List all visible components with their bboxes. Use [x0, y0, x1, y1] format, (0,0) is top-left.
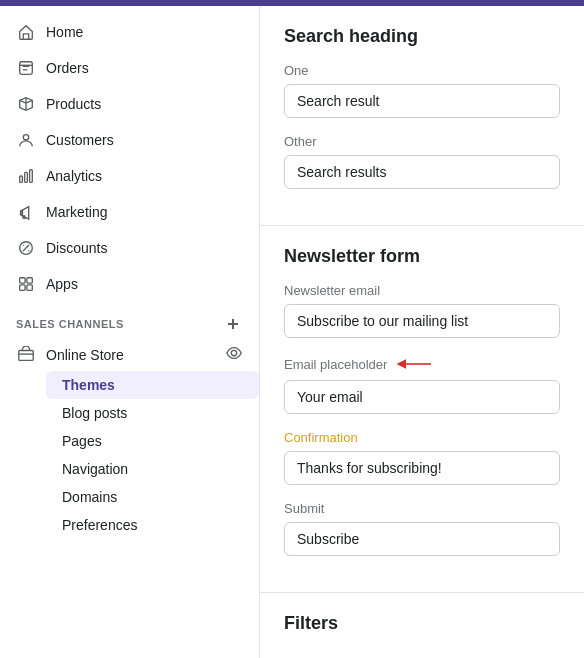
svg-rect-2 — [20, 176, 23, 182]
arrow-indicator — [395, 354, 435, 374]
main-layout: Home Orders Products — [0, 6, 584, 658]
sidebar-item-home-label: Home — [46, 24, 83, 40]
orders-icon — [16, 58, 36, 78]
newsletter-email-input[interactable] — [284, 304, 560, 338]
sidebar-item-home[interactable]: Home — [0, 14, 259, 50]
sidebar-item-preferences[interactable]: Preferences — [46, 511, 259, 539]
svg-rect-12 — [19, 350, 33, 360]
svg-rect-3 — [25, 172, 28, 182]
other-label: Other — [284, 134, 560, 149]
sidebar-item-analytics[interactable]: Analytics — [0, 158, 259, 194]
search-heading-title: Search heading — [284, 26, 560, 47]
add-sales-channel-button[interactable] — [223, 314, 243, 334]
submit-field-group: Submit — [284, 501, 560, 556]
confirmation-field-group: Confirmation — [284, 430, 560, 485]
newsletter-email-field-group: Newsletter email — [284, 283, 560, 338]
svg-rect-4 — [30, 170, 33, 183]
one-input[interactable] — [284, 84, 560, 118]
svg-rect-8 — [20, 285, 25, 290]
sidebar-item-blog-posts[interactable]: Blog posts — [46, 399, 259, 427]
sidebar-item-customers-label: Customers — [46, 132, 114, 148]
sidebar-item-discounts-label: Discounts — [46, 240, 107, 256]
sidebar-item-products[interactable]: Products — [0, 86, 259, 122]
filters-title: Filters — [284, 613, 560, 634]
sidebar-nav: Home Orders Products — [0, 6, 259, 547]
email-placeholder-field-group: Email placeholder — [284, 354, 560, 414]
online-store-icon — [16, 345, 36, 365]
sidebar-item-analytics-label: Analytics — [46, 168, 102, 184]
marketing-icon — [16, 202, 36, 222]
analytics-icon — [16, 166, 36, 186]
sub-nav: Themes Blog posts Pages Navigation Domai… — [0, 371, 259, 539]
main-content: Search heading One Other Newsletter form… — [260, 6, 584, 658]
sidebar-item-themes[interactable]: Themes — [46, 371, 259, 399]
newsletter-form-title: Newsletter form — [284, 246, 560, 267]
sidebar: Home Orders Products — [0, 6, 260, 658]
sidebar-item-orders[interactable]: Orders — [0, 50, 259, 86]
sidebar-item-discounts[interactable]: Discounts — [0, 230, 259, 266]
other-field-group: Other — [284, 134, 560, 189]
confirmation-label: Confirmation — [284, 430, 560, 445]
sidebar-item-domains[interactable]: Domains — [46, 483, 259, 511]
sidebar-item-marketing[interactable]: Marketing — [0, 194, 259, 230]
sidebar-item-apps[interactable]: Apps — [0, 266, 259, 302]
online-store-left: Online Store — [16, 345, 124, 365]
online-store-row[interactable]: Online Store — [0, 338, 259, 371]
filters-section: Filters — [260, 593, 584, 658]
discounts-icon — [16, 238, 36, 258]
one-label: One — [284, 63, 560, 78]
online-store-label: Online Store — [46, 347, 124, 363]
sidebar-item-orders-label: Orders — [46, 60, 89, 76]
sales-channels-header: SALES CHANNELS — [0, 302, 259, 338]
sales-channels-label: SALES CHANNELS — [16, 318, 124, 330]
svg-point-1 — [23, 135, 28, 140]
sidebar-item-marketing-label: Marketing — [46, 204, 107, 220]
home-icon — [16, 22, 36, 42]
newsletter-email-label: Newsletter email — [284, 283, 560, 298]
svg-rect-0 — [20, 62, 33, 75]
sidebar-item-customers[interactable]: Customers — [0, 122, 259, 158]
customers-icon — [16, 130, 36, 150]
sidebar-item-products-label: Products — [46, 96, 101, 112]
view-icon[interactable] — [225, 344, 243, 365]
sidebar-item-pages[interactable]: Pages — [46, 427, 259, 455]
submit-input[interactable] — [284, 522, 560, 556]
sidebar-item-apps-label: Apps — [46, 276, 78, 292]
svg-rect-7 — [27, 278, 32, 283]
svg-rect-6 — [20, 278, 25, 283]
email-placeholder-label: Email placeholder — [284, 357, 387, 372]
apps-icon — [16, 274, 36, 294]
confirmation-input[interactable] — [284, 451, 560, 485]
app-wrapper: Home Orders Products — [0, 0, 584, 658]
other-input[interactable] — [284, 155, 560, 189]
svg-point-13 — [231, 350, 236, 355]
newsletter-form-section: Newsletter form Newsletter email Email p… — [260, 226, 584, 592]
email-placeholder-row: Email placeholder — [284, 354, 560, 374]
search-heading-section: Search heading One Other — [260, 6, 584, 225]
email-placeholder-input[interactable] — [284, 380, 560, 414]
sidebar-item-navigation[interactable]: Navigation — [46, 455, 259, 483]
one-field-group: One — [284, 63, 560, 118]
svg-rect-9 — [27, 285, 32, 290]
submit-label: Submit — [284, 501, 560, 516]
products-icon — [16, 94, 36, 114]
